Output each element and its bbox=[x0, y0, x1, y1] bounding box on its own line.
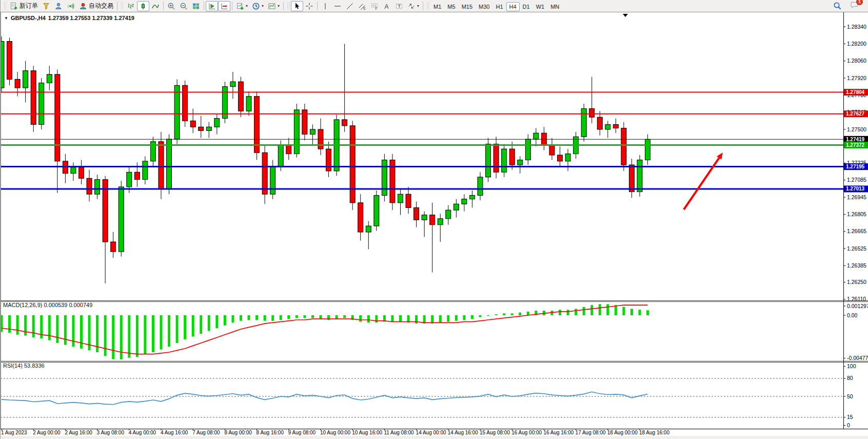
price-axis-label: 1.26665 bbox=[847, 228, 866, 234]
macd-bar bbox=[200, 315, 202, 334]
candle bbox=[239, 82, 244, 111]
symbol-period-label: GBPUSD-,H4 bbox=[11, 15, 46, 21]
time-axis[interactable]: 1 Aug 20232 Aug 00:002 Aug 16:003 Aug 08… bbox=[1, 429, 669, 435]
chart-canvas[interactable]: 1.283401.282001.280601.279201.277801.276… bbox=[1, 12, 868, 439]
text-button[interactable]: A bbox=[381, 1, 393, 11]
macd-bar bbox=[16, 315, 19, 335]
indicators-button[interactable]: ▾ bbox=[234, 1, 250, 11]
candlestick-chart-icon bbox=[139, 2, 147, 10]
tab-timeframe-D1[interactable]: D1 bbox=[520, 2, 533, 11]
tile-windows-button[interactable] bbox=[190, 1, 202, 11]
chart-shift-button[interactable] bbox=[218, 1, 230, 11]
line-chart-button[interactable] bbox=[149, 1, 162, 11]
candle bbox=[286, 145, 291, 154]
toolbar-drag-handle[interactable] bbox=[426, 2, 429, 10]
svg-text:E: E bbox=[364, 6, 366, 10]
macd-bar bbox=[359, 315, 362, 322]
macd-bar bbox=[622, 307, 625, 315]
candle bbox=[366, 226, 371, 232]
macd-bar bbox=[599, 304, 601, 315]
candle bbox=[486, 144, 491, 177]
signal-button[interactable] bbox=[65, 1, 77, 11]
indicators-icon bbox=[236, 2, 244, 10]
ohlc-values: 1.27359 1.27553 1.27339 1.27419 bbox=[48, 15, 134, 21]
templates-button[interactable]: ▾ bbox=[266, 1, 282, 11]
auto-scroll-button[interactable] bbox=[206, 1, 218, 11]
symbol-dropdown-icon[interactable]: ▼ bbox=[4, 16, 8, 21]
macd-bar bbox=[575, 309, 577, 315]
tab-timeframe-M1[interactable]: M1 bbox=[430, 2, 444, 11]
price-axis-label: 1.26110 bbox=[847, 296, 866, 302]
macd-scale-label: -0.004777 bbox=[847, 355, 868, 361]
zoom-out-button[interactable] bbox=[177, 1, 190, 11]
candle bbox=[518, 160, 523, 165]
macd-bar bbox=[495, 314, 498, 315]
macd-bar bbox=[639, 310, 641, 315]
cursor-icon bbox=[293, 2, 301, 10]
fibonacci-button[interactable]: F bbox=[368, 1, 381, 11]
new-order-button[interactable]: 新订单 bbox=[8, 1, 40, 11]
candle bbox=[558, 155, 563, 161]
time-axis-label: 15 Aug 08:00 bbox=[480, 430, 510, 435]
price-axis-label: 1.26250 bbox=[847, 279, 866, 285]
macd-bar bbox=[240, 315, 242, 321]
terminal-window: 新订单 自动交易 bbox=[0, 0, 868, 439]
chart-shift-icon bbox=[220, 2, 228, 10]
tab-timeframe-M30[interactable]: M30 bbox=[476, 2, 492, 11]
macd-bar bbox=[615, 305, 617, 315]
bar-chart-button[interactable] bbox=[125, 1, 137, 11]
tab-timeframe-W1[interactable]: W1 bbox=[533, 2, 548, 11]
macd-bar bbox=[104, 315, 107, 356]
toolbar-drag-handle[interactable] bbox=[287, 2, 289, 10]
price-axis-label: 1.28060 bbox=[847, 58, 866, 64]
profile-button[interactable] bbox=[52, 1, 65, 11]
price-axis-label: 1.26805 bbox=[847, 211, 866, 217]
candle bbox=[446, 210, 451, 219]
macd-bar bbox=[463, 315, 465, 320]
toolbar-separator bbox=[423, 2, 423, 10]
zoom-in-button[interactable] bbox=[165, 1, 177, 11]
candle bbox=[199, 127, 204, 130]
funnel-button[interactable] bbox=[40, 1, 52, 11]
time-axis-label: 18 Aug 16:00 bbox=[639, 430, 669, 435]
macd-bar bbox=[320, 315, 322, 319]
tab-timeframe-MN[interactable]: MN bbox=[547, 2, 562, 11]
vertical-line-button[interactable] bbox=[319, 1, 331, 11]
cursor-button[interactable] bbox=[291, 1, 303, 11]
auto-trading-button[interactable]: 自动交易 bbox=[77, 1, 115, 11]
notifications-button[interactable]: 1 bbox=[850, 1, 859, 11]
time-axis-label: 17 Aug 08:00 bbox=[576, 430, 606, 435]
label-button[interactable]: T bbox=[393, 1, 405, 11]
chevron-down-icon: ▾ bbox=[246, 4, 248, 8]
arrows-button[interactable]: ▾ bbox=[405, 1, 421, 11]
time-axis-label: 14 Aug 00:00 bbox=[416, 430, 446, 435]
chevron-down-icon: ▾ bbox=[262, 4, 264, 8]
tab-timeframe-M5[interactable]: M5 bbox=[444, 2, 458, 11]
funnel-icon bbox=[42, 2, 50, 10]
crosshair-button[interactable] bbox=[303, 1, 315, 11]
chevron-down-icon: ▾ bbox=[278, 4, 280, 8]
tab-timeframe-M15[interactable]: M15 bbox=[459, 2, 476, 11]
candle bbox=[1, 42, 4, 88]
tab-timeframe-H4[interactable]: H4 bbox=[506, 2, 520, 11]
macd-bar bbox=[32, 315, 35, 337]
candle bbox=[525, 139, 530, 160]
price-axis-label: 1.26525 bbox=[847, 245, 866, 252]
macd-bar bbox=[112, 315, 114, 359]
search-icon[interactable] bbox=[833, 2, 842, 10]
periods-button[interactable]: ▾ bbox=[250, 1, 266, 11]
candle bbox=[382, 160, 387, 196]
macd-bar bbox=[295, 315, 298, 318]
label-icon: T bbox=[395, 2, 403, 10]
candlestick-chart-button[interactable] bbox=[137, 1, 149, 11]
macd-bar bbox=[336, 315, 338, 319]
toolbar-drag-handle[interactable] bbox=[4, 2, 6, 10]
horizontal-line-button[interactable] bbox=[331, 1, 344, 11]
macd-bar bbox=[519, 313, 521, 315]
tab-timeframe-H1[interactable]: H1 bbox=[492, 2, 506, 11]
trendline-button[interactable] bbox=[344, 1, 356, 11]
channel-button[interactable]: E bbox=[356, 1, 368, 11]
macd-bar bbox=[455, 315, 458, 321]
svg-text:A: A bbox=[385, 3, 389, 10]
toolbar-drag-handle[interactable] bbox=[121, 2, 123, 10]
